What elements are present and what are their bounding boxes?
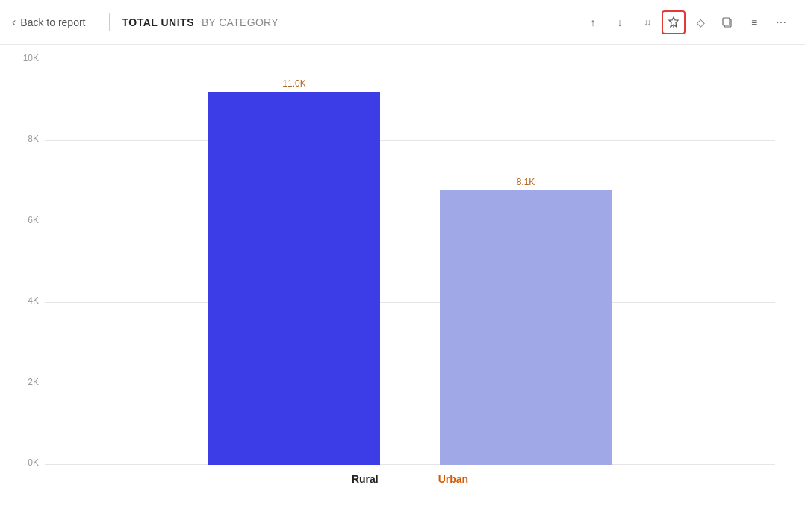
bar-group-urban: 8.1K	[440, 177, 612, 465]
y-label-10k: 10K	[9, 53, 39, 63]
sort-asc-button[interactable]: ↑	[581, 10, 605, 34]
chart-area: 10K 8K 6K 4K 2K 0K 11.0K	[45, 60, 775, 465]
page-title: TOTAL UNITS	[122, 16, 194, 28]
bookmark-button[interactable]: ◇	[689, 10, 712, 34]
rural-bar	[208, 92, 380, 465]
bar-group-rural: 11.0K	[208, 78, 380, 465]
copy-button[interactable]	[715, 10, 739, 34]
header-left: ‹ Back to report TOTAL UNITS BY CATEGORY	[12, 13, 279, 31]
pin-button[interactable]	[662, 10, 686, 34]
chart-container: 10K 8K 6K 4K 2K 0K 11.0K	[0, 45, 805, 532]
back-label: Back to report	[20, 16, 85, 28]
x-label-rural: Rural	[352, 473, 379, 485]
urban-bar	[440, 190, 612, 465]
y-label-6k: 6K	[9, 215, 39, 225]
bars-wrapper: 11.0K 8.1K	[45, 60, 775, 465]
header-divider	[109, 13, 110, 31]
more-button[interactable]: ⋯	[769, 10, 793, 34]
x-label-urban: Urban	[438, 473, 468, 485]
chevron-left-icon: ‹	[12, 16, 16, 29]
y-label-0k: 0K	[9, 457, 39, 468]
toolbar: ↑ ↓ ↓↓ ◇ ≡ ⋯	[581, 10, 793, 34]
back-button[interactable]: ‹ Back to report	[12, 16, 97, 29]
y-label-8k: 8K	[9, 134, 39, 144]
page-subtitle: BY CATEGORY	[202, 16, 279, 28]
svg-rect-2	[723, 18, 730, 25]
urban-value-label: 8.1K	[517, 177, 535, 187]
y-label-2k: 2K	[9, 377, 39, 387]
rural-value-label: 11.0K	[282, 78, 305, 89]
sort-desc-double-button[interactable]: ↓↓	[635, 10, 659, 34]
x-axis: Rural Urban	[45, 465, 775, 487]
y-label-4k: 4K	[9, 295, 39, 306]
sort-desc-button[interactable]: ↓	[608, 10, 632, 34]
filter-button[interactable]: ≡	[742, 10, 766, 34]
header: ‹ Back to report TOTAL UNITS BY CATEGORY…	[0, 0, 805, 45]
